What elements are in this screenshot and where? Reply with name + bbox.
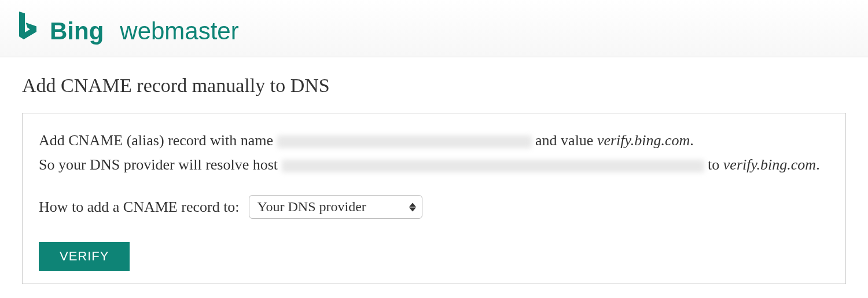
instruction-text: So your DNS provider will resolve host [39,156,282,173]
bing-logo: Bing webmaster [17,12,239,45]
instruction-text: . [816,156,820,173]
instruction-panel: Add CNAME (alias) record with name and v… [22,113,846,284]
select-value: Your DNS provider [258,199,366,215]
brand-name: Bing [50,17,104,45]
instruction-text: . [690,132,694,149]
verify-button[interactable]: VERIFY [39,242,130,271]
header-bar: Bing webmaster [0,0,868,57]
instruction-text: to [708,156,723,173]
select-arrows-icon [409,203,416,211]
dns-provider-select[interactable]: Your DNS provider [249,195,422,219]
redacted-cname-name [277,135,532,148]
redacted-host [282,160,704,172]
bing-icon [17,12,39,39]
product-name: webmaster [120,17,238,45]
how-to-row: How to add a CNAME record to: Your DNS p… [39,195,829,219]
instruction-text: and value [535,132,597,149]
content-area: Add CNAME record manually to DNS Add CNA… [0,57,868,284]
cname-value: verify.bing.com [597,132,690,149]
instruction-text: Add CNAME (alias) record with name [39,132,277,149]
how-to-label: How to add a CNAME record to: [39,198,240,216]
instruction-line-2: So your DNS provider will resolve host t… [39,153,829,177]
resolve-target: verify.bing.com [723,156,816,173]
page-title: Add CNAME record manually to DNS [22,75,846,97]
instruction-line-1: Add CNAME (alias) record with name and v… [39,128,829,153]
